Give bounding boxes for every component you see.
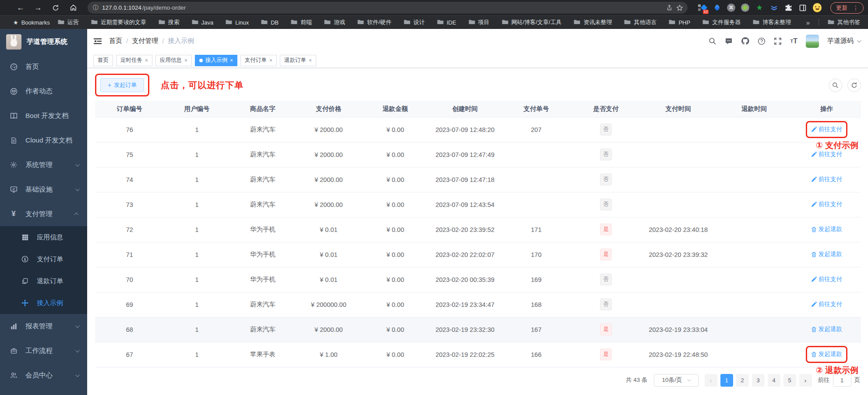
- tab-应用信息[interactable]: 应用信息×: [155, 55, 192, 66]
- product-cell: 苹果手表: [230, 342, 296, 367]
- bookmark-folder[interactable]: 软件/硬件: [356, 17, 393, 28]
- browser-home-icon[interactable]: [66, 2, 81, 14]
- next-page-button[interactable]: ›: [799, 374, 812, 387]
- tab-定时任务[interactable]: 定时任务×: [116, 55, 152, 66]
- sidebar-item-应用信息[interactable]: 应用信息: [0, 226, 87, 248]
- other-bookmarks[interactable]: 其他书签: [826, 17, 862, 28]
- browser-update-button[interactable]: 更新 ⋮: [830, 2, 864, 14]
- close-icon[interactable]: ×: [269, 57, 272, 64]
- goto-pay-link[interactable]: 前往支付: [811, 175, 842, 183]
- bookmark-folder[interactable]: 运营: [56, 17, 81, 28]
- profile-avatar[interactable]: [813, 4, 822, 12]
- goto-pay-link[interactable]: 前往支付: [811, 125, 842, 133]
- bookmark-folder[interactable]: 项目: [467, 17, 491, 28]
- browser-menu-icon[interactable]: ⋮: [850, 4, 861, 11]
- breadcrumb-item[interactable]: 首页: [109, 37, 122, 45]
- page-size-select[interactable]: 10条/页: [654, 374, 699, 387]
- goto-pay-link[interactable]: 前往支付: [811, 300, 842, 308]
- bookmark-folder[interactable]: 搜索: [157, 17, 181, 28]
- search-icon[interactable]: [709, 37, 716, 45]
- sidebar-item-Boot 开发文档[interactable]: Boot 开发文档: [0, 103, 87, 128]
- extension-gem-icon[interactable]: [713, 4, 721, 12]
- share-icon[interactable]: [666, 4, 673, 11]
- refund-link[interactable]: 发起退款: [811, 225, 842, 233]
- goto-pay-link[interactable]: 前往支付: [811, 150, 842, 158]
- sidebar-item-基础设施[interactable]: 基础设施: [0, 177, 87, 202]
- goto-pay-link[interactable]: 前往支付: [811, 275, 842, 283]
- bookmarks-manager[interactable]: ★ Bookmarks: [11, 18, 52, 27]
- tab-首页[interactable]: 首页: [93, 55, 113, 66]
- sidebar-item-会员中心[interactable]: 会员中心: [0, 363, 87, 388]
- sidebar-item-报表管理[interactable]: 报表管理: [0, 314, 87, 338]
- close-icon[interactable]: ×: [230, 57, 233, 64]
- page-button-5[interactable]: 5: [783, 374, 796, 387]
- refund-link[interactable]: 发起退款: [811, 250, 842, 258]
- bookmark-folder[interactable]: Linux: [224, 18, 251, 27]
- user-menu[interactable]: 芋道源码: [827, 37, 860, 45]
- goto-pay-link[interactable]: 前往支付: [811, 200, 842, 208]
- create-order-button[interactable]: + 发起订单: [100, 78, 144, 92]
- close-icon[interactable]: ×: [145, 57, 148, 64]
- extension-adblock-icon[interactable]: 12: [698, 4, 707, 12]
- sidebar-logo[interactable]: 芋道管理系统: [0, 29, 87, 54]
- sidebar-item-首页[interactable]: 首页: [0, 54, 87, 79]
- bookmark-folder[interactable]: 文件服务器: [701, 17, 742, 28]
- bookmark-folder[interactable]: 近期需要读的文章: [89, 17, 148, 28]
- close-icon[interactable]: ×: [309, 57, 312, 64]
- extension-layers-icon[interactable]: [769, 4, 778, 12]
- breadcrumb-item[interactable]: 支付管理: [132, 37, 158, 45]
- tab-退款订单[interactable]: 退款订单×: [280, 55, 316, 66]
- refund-link[interactable]: 发起退款: [811, 350, 842, 358]
- message-icon[interactable]: [725, 37, 733, 45]
- sidebar-item-退款订单[interactable]: 退款订单: [0, 270, 87, 292]
- prev-page-button[interactable]: ‹: [705, 374, 717, 387]
- fullscreen-icon[interactable]: [774, 37, 782, 45]
- browser-reload-icon[interactable]: [48, 2, 63, 14]
- page-button-3[interactable]: 3: [752, 374, 765, 387]
- close-icon[interactable]: ×: [184, 57, 187, 64]
- bookmark-folder[interactable]: PHP: [667, 18, 692, 27]
- table-search-button[interactable]: [829, 78, 842, 92]
- page-info-icon[interactable]: ⓘ: [93, 4, 99, 12]
- side-panel-icon[interactable]: [798, 4, 807, 12]
- github-icon[interactable]: [741, 37, 749, 45]
- bookmark-folder[interactable]: 前端: [289, 17, 314, 28]
- page-button-1[interactable]: 1: [720, 374, 733, 387]
- tab-接入示例[interactable]: 接入示例×: [195, 55, 237, 66]
- user-avatar[interactable]: [806, 35, 819, 48]
- bookmark-folder[interactable]: 资讯未整理: [572, 17, 614, 28]
- bookmarks-overflow-icon[interactable]: »: [804, 19, 812, 26]
- refund-link[interactable]: 发起退款: [811, 325, 842, 333]
- extension-dot-icon[interactable]: [741, 4, 749, 12]
- bookmark-folder[interactable]: 设计: [402, 17, 427, 28]
- extension-command-icon[interactable]: ⌘: [727, 4, 735, 12]
- page-button-2[interactable]: 2: [736, 374, 749, 387]
- bookmark-folder[interactable]: Java: [190, 18, 215, 27]
- sidebar-item-支付订单[interactable]: 支付订单: [0, 248, 87, 270]
- bookmark-folder[interactable]: 其他语言: [622, 17, 658, 28]
- sidebar-item-作者动态[interactable]: 作者动态: [0, 79, 87, 103]
- sidebar-item-Cloud 开发文档[interactable]: Cloud 开发文档: [0, 128, 87, 153]
- bookmark-star-icon[interactable]: [676, 4, 683, 11]
- table-refresh-button[interactable]: [847, 78, 861, 92]
- browser-back-icon[interactable]: ←: [13, 2, 28, 14]
- font-size-icon[interactable]: TT: [790, 37, 797, 45]
- bookmark-folder[interactable]: 博客未整理: [751, 17, 793, 28]
- collapse-sidebar-icon[interactable]: [93, 37, 102, 45]
- extension-star-icon[interactable]: ★: [755, 4, 764, 12]
- bookmark-label: DB: [271, 19, 279, 26]
- help-icon[interactable]: [758, 37, 766, 45]
- sidebar-item-系统管理[interactable]: 系统管理: [0, 153, 87, 177]
- browser-forward-icon[interactable]: →: [31, 2, 46, 14]
- address-bar[interactable]: ⓘ 127.0.0.1:1024/pay/demo-order: [88, 2, 688, 14]
- sidebar-item-接入示例[interactable]: 接入示例: [0, 292, 87, 314]
- tab-支付订单[interactable]: 支付订单×: [240, 55, 277, 66]
- sidebar-item-工作流程[interactable]: 工作流程: [0, 338, 87, 363]
- sidebar-item-支付管理[interactable]: ¥支付管理: [0, 202, 87, 226]
- bookmark-folder[interactable]: 网站/博客/文章/工具: [500, 17, 564, 28]
- bookmark-folder[interactable]: DB: [259, 18, 280, 27]
- page-button-4[interactable]: 4: [768, 374, 780, 387]
- extensions-puzzle-icon[interactable]: [784, 4, 793, 12]
- bookmark-folder[interactable]: IDE: [435, 18, 458, 27]
- bookmark-folder[interactable]: 游戏: [322, 17, 347, 28]
